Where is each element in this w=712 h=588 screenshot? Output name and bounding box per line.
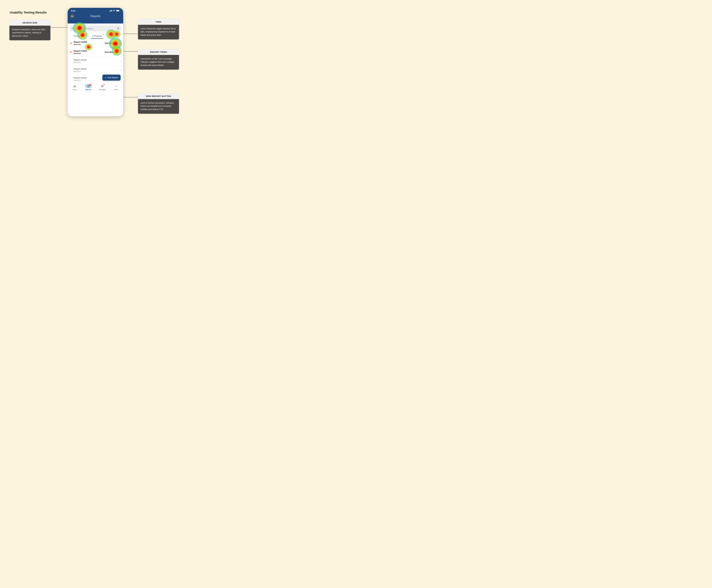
report-name: Report #1843 <box>74 68 118 70</box>
callout-report-items-title: REPORT ITEMS <box>138 49 179 55</box>
status-time: 9:41 <box>71 9 75 12</box>
callout-new-report: NEW REPORT BUTTON Lack of intense intera… <box>138 93 179 114</box>
signal-icon <box>109 9 112 12</box>
svg-rect-9 <box>118 27 119 29</box>
callout-searchbar: SEARCH BAR Frequent interaction, users a… <box>9 20 50 40</box>
callout-report-items: REPORT ITEMS Interactions on the “new me… <box>138 49 179 70</box>
phone-body: Unclaimed In Progress Closed Report #180… <box>68 25 123 92</box>
app-title: Reports <box>90 15 100 18</box>
phone-header: 9:41 AJ Reports <box>68 8 123 23</box>
tab-indicator-dot <box>103 34 103 35</box>
tabs: Unclaimed In Progress Closed <box>68 33 123 39</box>
nav-messages-label: Messages <box>99 89 106 90</box>
chevron-right-icon: › <box>120 60 121 63</box>
tab-in-progress-label: In Progress <box>92 35 102 37</box>
report-row[interactable]: Report #1851 08/15/23 New Message › <box>68 48 123 57</box>
new-report-label: New Report <box>107 77 118 79</box>
status-bar: 9:41 <box>68 8 123 12</box>
nav-messages-dot <box>104 84 105 85</box>
messages-icon <box>101 85 104 87</box>
tab-closed[interactable]: Closed <box>110 34 118 39</box>
tab-in-progress[interactable]: In Progress <box>91 34 103 39</box>
report-status: New Message <box>105 51 118 53</box>
report-name: Report #1851 <box>74 50 103 52</box>
nav-reports-label: Reports <box>85 89 91 90</box>
status-icons <box>109 9 120 12</box>
callout-tabs-title: TABS <box>138 19 179 25</box>
phone-mockup: 9:41 AJ Reports Unclaimed In Progress <box>68 8 123 116</box>
svg-point-18 <box>117 86 117 86</box>
callout-searchbar-body: Frequent interaction, users are often se… <box>9 26 50 40</box>
new-report-button[interactable]: + New Report <box>102 75 121 81</box>
report-name: Report #1805 <box>74 41 103 43</box>
svg-rect-3 <box>111 10 112 12</box>
chevron-right-icon: › <box>120 51 121 54</box>
search-input[interactable] <box>75 27 116 30</box>
nav-reports[interactable]: 4 Reports <box>85 84 92 90</box>
callout-tabs-body: Users frequently toggle between these ta… <box>138 25 179 39</box>
svg-point-7 <box>72 27 73 29</box>
report-name: Report #1839 <box>74 59 118 61</box>
report-status: New Message <box>105 42 118 44</box>
search-icon <box>72 27 74 30</box>
svg-line-8 <box>73 29 74 29</box>
app-bar: AJ Reports <box>68 15 123 18</box>
report-row[interactable]: Report #1839 08/10/23 › <box>68 57 123 66</box>
report-date: 08/10/23 <box>74 70 118 72</box>
report-date: 08/17/23 <box>74 43 103 45</box>
nav-reports-badge: 4 <box>89 84 91 86</box>
home-icon <box>73 85 76 87</box>
unread-dot <box>70 51 72 53</box>
svg-point-17 <box>116 86 117 86</box>
plus-icon: + <box>105 76 106 79</box>
nav-more-label: More <box>115 89 118 90</box>
unread-dot <box>70 42 72 44</box>
nav-more[interactable]: More <box>113 84 120 90</box>
tab-unclaimed[interactable]: Unclaimed <box>73 34 84 39</box>
svg-point-16 <box>115 86 116 86</box>
callout-tabs: TABS Users frequently toggle between the… <box>138 19 179 40</box>
report-date: 08/10/23 <box>74 61 118 63</box>
mic-icon[interactable] <box>117 27 120 30</box>
nav-home[interactable]: Home <box>71 84 78 90</box>
report-row[interactable]: Report #1843 08/10/23 › <box>68 66 123 75</box>
callout-new-report-body: Lack of intense interaction, indicates b… <box>138 99 179 114</box>
svg-rect-1 <box>110 10 110 12</box>
page-title: Usability Testing Results <box>10 11 47 14</box>
bottom-nav: Home 4 Reports Messages More <box>68 83 123 92</box>
nav-messages[interactable]: Messages <box>99 84 106 90</box>
chevron-right-icon: › <box>120 69 121 71</box>
search-bar[interactable] <box>69 25 121 31</box>
nav-home-label: Home <box>73 89 77 90</box>
battery-icon <box>116 9 120 12</box>
tab-unclaimed-label: Unclaimed <box>74 35 83 37</box>
callout-searchbar-title: SEARCH BAR <box>9 20 50 26</box>
wifi-icon <box>113 9 115 12</box>
svg-rect-5 <box>116 10 119 11</box>
callout-new-report-title: NEW REPORT BUTTON <box>138 93 179 99</box>
report-row[interactable]: Report #1805 08/17/23 New Message › <box>68 39 123 48</box>
tab-closed-label: Closed <box>111 35 117 37</box>
more-icon <box>115 85 118 87</box>
chevron-right-icon: › <box>120 42 121 45</box>
svg-rect-2 <box>110 10 111 12</box>
report-date: 08/15/23 <box>74 52 103 55</box>
avatar[interactable]: AJ <box>70 14 74 18</box>
svg-rect-0 <box>109 11 110 12</box>
callout-report-items-body: Interactions on the “new message” indica… <box>138 55 179 69</box>
